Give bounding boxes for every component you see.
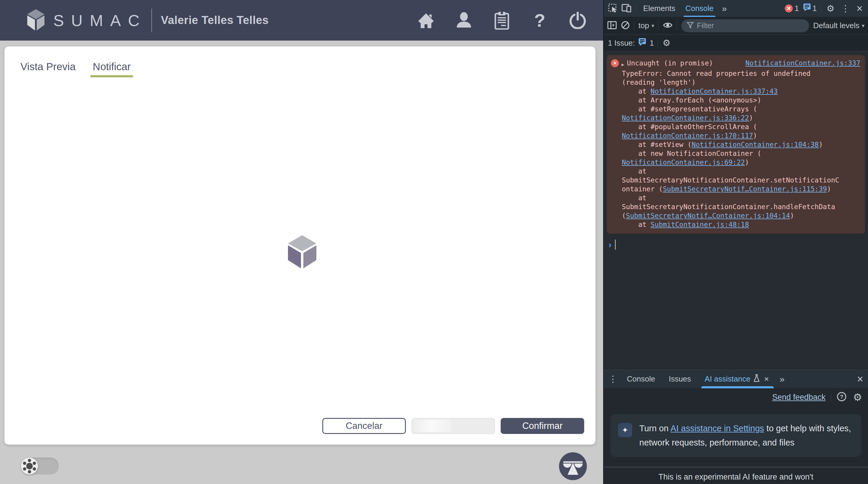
ai-assistance-card: ✦ Turn on AI assistance in Settings to g… xyxy=(610,414,862,457)
drawer-tabbar: ⋮ Console Issues AI assistance × xyxy=(604,370,868,388)
stack-link[interactable]: SubmitSecretaryNotif…Container.js:115:39 xyxy=(663,185,827,193)
message-bubble-icon[interactable] xyxy=(803,3,811,13)
stack-line: at #setRepresentativeArrays ( xyxy=(622,104,860,114)
svg-text:?: ? xyxy=(840,394,843,400)
stack-link[interactable]: NotificationContainer.js:69:22 xyxy=(622,158,745,166)
stack-link[interactable]: NotificationContainer.js:337:43 xyxy=(651,87,778,95)
send-feedback-link[interactable]: Send feedback xyxy=(772,393,825,402)
help-icon[interactable]: ? xyxy=(531,11,549,30)
power-icon[interactable] xyxy=(568,11,587,30)
log-levels-dropdown[interactable]: Default levels ▾ xyxy=(813,21,864,30)
close-drawer-icon[interactable]: × xyxy=(856,374,864,385)
tab-elements[interactable]: Elements xyxy=(640,0,678,17)
tab-vista-previa[interactable]: Vista Previa xyxy=(16,58,80,77)
legal-scales-button[interactable] xyxy=(559,452,587,480)
experiment-flask-icon xyxy=(753,374,760,384)
filter-input[interactable] xyxy=(697,21,804,30)
stack-link[interactable]: NotificationContainer.js:104:38 xyxy=(691,141,818,149)
kebab-menu-icon[interactable]: ⋮ xyxy=(840,4,851,13)
console-prompt[interactable]: › xyxy=(604,234,868,250)
flower-dots-icon xyxy=(21,458,38,475)
settings-gear-icon[interactable]: ⚙ xyxy=(825,4,836,13)
console-error-message: ✕ ▶ Uncaught (in promise) NotificationCo… xyxy=(607,55,865,234)
console-sidebar-icon[interactable] xyxy=(607,21,617,31)
more-tabs-icon[interactable]: » xyxy=(721,4,728,13)
console-output: ✕ ▶ Uncaught (in promise) NotificationCo… xyxy=(604,51,868,370)
stack-line: SubmitSecretaryNotificationContainer.set… xyxy=(622,176,860,185)
tab-console[interactable]: Console xyxy=(682,0,716,17)
device-toolbar-icon[interactable] xyxy=(622,4,631,13)
brand: SUMAC xyxy=(26,9,147,32)
issue-bubble-icon[interactable] xyxy=(639,38,646,48)
expand-triangle-icon[interactable]: ▶ xyxy=(622,60,624,69)
stack-link[interactable]: NotificationContainer.js:170:117 xyxy=(622,132,753,139)
error-badge-icon[interactable]: ✕ xyxy=(785,4,793,12)
user-name: Valerie Telles Telles xyxy=(161,14,269,27)
stack-line: at new NotificationContainer ( xyxy=(622,149,860,158)
ai-disclaimer: This is an experimental AI feature and w… xyxy=(632,471,840,484)
ai-settings-gear-icon[interactable]: ⚙ xyxy=(852,392,863,402)
error-source-link[interactable]: NotificationContainer.js:337 xyxy=(745,59,860,68)
devtools-tabbar: Elements Console » ✕ 1 xyxy=(604,0,868,17)
drawer-divider xyxy=(604,467,868,467)
drawer-tab-ai-assistance[interactable]: AI assistance × xyxy=(700,370,776,388)
issues-settings-gear-icon[interactable]: ⚙ xyxy=(661,38,672,47)
drawer-kebab-menu-icon[interactable]: ⋮ xyxy=(607,375,619,384)
stack-line: NotificationContainer.js:336:22) xyxy=(622,114,860,122)
drawer-tab-issues[interactable]: Issues xyxy=(663,370,696,388)
help-circle-icon[interactable]: ? xyxy=(837,392,847,403)
stack-line: SubmitSecretaryNotificationContainer.han… xyxy=(622,202,860,211)
context-selector[interactable]: top ▾ xyxy=(639,21,654,30)
message-count: 1 xyxy=(813,4,817,13)
loading-skeleton-button xyxy=(411,418,495,434)
divider xyxy=(636,4,636,13)
divider xyxy=(821,4,821,13)
stack-line: TypeError: Cannot read properties of und… xyxy=(622,69,860,78)
error-header-text: Uncaught (in promise) xyxy=(627,59,713,68)
live-expression-eye-icon[interactable] xyxy=(663,21,673,30)
content-tabs: Vista Previa Notificar xyxy=(16,58,135,77)
active-tab-underline xyxy=(90,75,133,77)
stack-link[interactable]: SubmitSecretaryNotif…Container.js:104:14 xyxy=(626,212,790,220)
divider xyxy=(658,38,658,47)
skeleton-shimmer xyxy=(414,420,452,432)
stack-line: at #setView (NotificationContainer.js:10… xyxy=(622,140,860,149)
tab-notificar[interactable]: Notificar xyxy=(89,58,135,77)
clipboard-icon[interactable] xyxy=(493,11,511,30)
home-icon[interactable] xyxy=(417,11,435,30)
close-devtools-icon[interactable]: × xyxy=(855,3,864,14)
brand-name: SUMAC xyxy=(53,11,147,30)
confirm-button[interactable]: Confirmar xyxy=(501,418,584,434)
text-cursor xyxy=(615,239,616,250)
inspect-element-icon[interactable] xyxy=(608,3,617,14)
stack-line: NotificationContainer.js:69:22) xyxy=(622,158,860,167)
sumac-app: SUMAC Valerie Telles Telles xyxy=(0,0,603,484)
ai-assistance-icon: ✦ xyxy=(618,423,632,437)
funnel-icon xyxy=(687,22,694,30)
stack-line: at Array.forEach (<anonymous>) xyxy=(622,96,860,104)
console-toolbar: top ▾ Default levels xyxy=(604,17,868,35)
filter-box[interactable] xyxy=(681,19,809,32)
drawer-more-tabs-icon[interactable]: » xyxy=(778,375,786,384)
ai-assistance-text: Turn on AI assistance in Settings to get… xyxy=(639,421,854,450)
status-badges: ✕ 1 1 xyxy=(785,3,817,13)
divider xyxy=(677,21,677,30)
stack-line: ontainer (SubmitSecretaryNotif…Container… xyxy=(622,185,860,193)
scales-icon xyxy=(559,452,587,480)
issues-label[interactable]: 1 Issue: xyxy=(608,38,635,48)
ai-settings-link[interactable]: AI assistance in Settings xyxy=(671,424,764,433)
accessibility-toggle-knob[interactable] xyxy=(21,458,38,475)
stack-line: at xyxy=(622,193,860,202)
clear-console-icon[interactable] xyxy=(621,21,630,31)
cancel-button[interactable]: Cancelar xyxy=(322,418,406,434)
drawer-tab-console[interactable]: Console xyxy=(622,370,660,388)
devtools-panel: Elements Console » ✕ 1 xyxy=(603,0,868,484)
stack-link[interactable]: NotificationContainer.js:336:22 xyxy=(622,114,749,122)
user-icon[interactable] xyxy=(455,11,473,30)
issue-count: 1 xyxy=(650,38,654,48)
stack-line: NotificationContainer.js:170:117) xyxy=(622,131,860,140)
error-header-row: ✕ ▶ Uncaught (in promise) NotificationCo… xyxy=(611,59,860,69)
accessibility-toggle[interactable] xyxy=(21,458,59,475)
stack-link[interactable]: SubmitContainer.js:48:18 xyxy=(651,221,749,228)
close-ai-tab-icon[interactable]: × xyxy=(763,375,770,383)
